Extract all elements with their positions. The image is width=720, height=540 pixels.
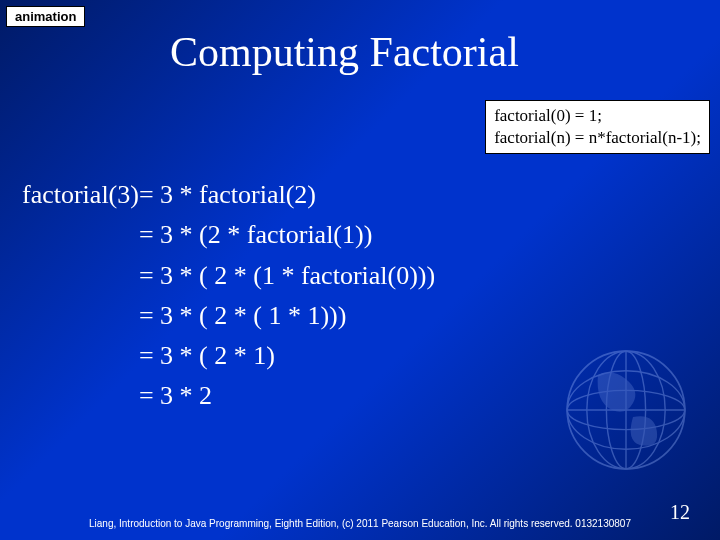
derivation-step: = 3 * ( 2 * ( 1 * 1))) (139, 296, 435, 336)
derivation-lhs: factorial(3) (22, 175, 139, 215)
definition-line-1: factorial(0) = 1; (494, 105, 701, 127)
derivation-block: factorial(3) = 3 * factorial(2) = 3 * (2… (22, 175, 435, 417)
definition-line-2: factorial(n) = n*factorial(n-1); (494, 127, 701, 149)
derivation-step: = 3 * ( 2 * 1) (139, 336, 435, 376)
derivation-step: = 3 * ( 2 * (1 * factorial(0))) (139, 256, 435, 296)
derivation-step: = 3 * factorial(2) (139, 175, 435, 215)
page-number: 12 (670, 501, 690, 524)
derivation-steps: = 3 * factorial(2) = 3 * (2 * factorial(… (139, 175, 435, 417)
footer-text: Liang, Introduction to Java Programming,… (0, 518, 720, 530)
derivation-step: = 3 * 2 (139, 376, 435, 416)
globe-icon (556, 340, 696, 480)
definition-box: factorial(0) = 1; factorial(n) = n*facto… (485, 100, 710, 154)
derivation-step: = 3 * (2 * factorial(1)) (139, 215, 435, 255)
slide-title: Computing Factorial (170, 28, 519, 76)
animation-label: animation (6, 6, 85, 27)
